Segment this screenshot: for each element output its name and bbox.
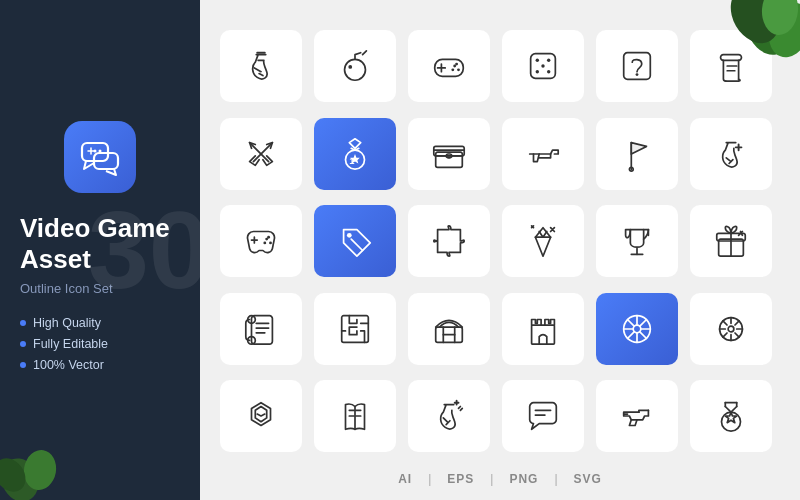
svg-point-17 <box>451 68 454 71</box>
format-bar: AI | EPS | PNG | SVG <box>220 464 780 490</box>
icon-medal2 <box>690 380 772 452</box>
icon-dice <box>502 30 584 102</box>
bullet-icon-1 <box>20 320 26 326</box>
icon-potion2 <box>408 380 490 452</box>
svg-point-3 <box>99 149 102 152</box>
format-svg: SVG <box>574 472 602 486</box>
svg-point-36 <box>347 233 352 238</box>
bullet-icon-3 <box>20 362 26 368</box>
icon-hexcoin <box>220 380 302 452</box>
svg-point-15 <box>457 68 460 71</box>
feature-item-3: 100% Vector <box>20 358 180 372</box>
icon-gift <box>690 205 772 277</box>
sidebar: 30 Video Game Asset Outline Icon Set Hig… <box>0 0 200 500</box>
icon-crystal <box>502 205 584 277</box>
icon-spinner <box>690 293 772 365</box>
feature-item-2: Fully Editable <box>20 337 180 351</box>
icon-maze <box>314 293 396 365</box>
format-ai: AI <box>398 472 412 486</box>
plant-bottom-decoration <box>0 420 80 500</box>
logo-icon <box>64 121 136 193</box>
icon-gun2 <box>596 380 678 452</box>
svg-point-21 <box>536 70 539 73</box>
icon-puzzle <box>408 205 490 277</box>
main-content: 1 <box>200 0 800 500</box>
divider-3: | <box>554 472 557 486</box>
svg-point-34 <box>267 236 270 239</box>
svg-point-33 <box>269 242 272 245</box>
icon-medal-blue: 1 <box>314 118 396 190</box>
big-number-decoration: 30 <box>88 195 200 305</box>
icon-swords <box>220 118 302 190</box>
icon-chest <box>408 118 490 190</box>
icons-grid: 1 <box>220 30 780 464</box>
icon-scroll2 <box>220 293 302 365</box>
icon-book <box>314 380 396 452</box>
svg-point-20 <box>547 59 550 62</box>
icon-gamepad2 <box>220 205 302 277</box>
svg-point-35 <box>263 242 266 245</box>
icon-trophy <box>596 205 678 277</box>
icon-gun <box>502 118 584 190</box>
svg-point-49 <box>722 413 741 432</box>
bullet-icon-2 <box>20 341 26 347</box>
feature-item-1: High Quality <box>20 316 180 330</box>
svg-point-12 <box>348 65 352 69</box>
icon-tag-blue <box>314 205 396 277</box>
icon-potion-plus <box>690 118 772 190</box>
divider-2: | <box>490 472 493 486</box>
svg-point-19 <box>536 59 539 62</box>
format-png: PNG <box>509 472 538 486</box>
icon-gate <box>408 293 490 365</box>
format-eps: EPS <box>447 472 474 486</box>
divider-1: | <box>428 472 431 486</box>
icon-wheel-blue <box>596 293 678 365</box>
icon-flag <box>596 118 678 190</box>
icon-speech <box>502 380 584 452</box>
svg-point-23 <box>541 64 544 67</box>
icon-castle <box>502 293 584 365</box>
svg-point-25 <box>636 73 639 76</box>
plant-top-right-decoration <box>700 0 800 90</box>
icon-potion <box>220 30 302 102</box>
svg-point-11 <box>345 59 366 80</box>
icon-bomb <box>314 30 396 102</box>
features-list: High Quality Fully Editable 100% Vector <box>20 316 180 379</box>
svg-point-22 <box>547 70 550 73</box>
icon-question-box <box>596 30 678 102</box>
icon-gamepad <box>408 30 490 102</box>
svg-point-16 <box>455 63 458 66</box>
svg-point-48 <box>728 326 734 332</box>
